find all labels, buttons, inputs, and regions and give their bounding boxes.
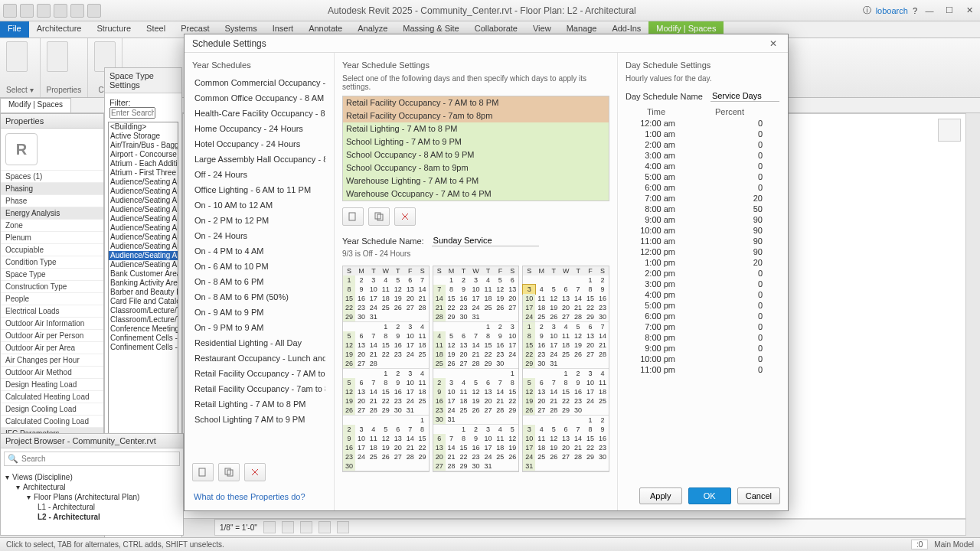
revit-logo[interactable]	[3, 4, 17, 18]
hour-row[interactable]: 11:00 pm0	[626, 364, 779, 375]
hour-row[interactable]: 11:00 am90	[626, 236, 779, 246]
space-type-item[interactable]: Airport - Concourse	[109, 150, 178, 159]
view-cube[interactable]	[938, 119, 961, 142]
space-type-item[interactable]: Audience/Seating Area	[109, 233, 178, 242]
qat-undo[interactable]	[54, 4, 67, 18]
day-schedule-item[interactable]: School Occupancy - 8am to 9pm	[343, 161, 609, 174]
space-type-item[interactable]: Audience/Seating Area	[109, 178, 178, 187]
space-type-item[interactable]: Air/Train/Bus - Baggage	[109, 141, 178, 150]
prop-row[interactable]: Outdoor Air per Person	[1, 329, 103, 341]
prop-row[interactable]: Plenum	[1, 231, 103, 243]
hour-row[interactable]: 2:00 am0	[626, 139, 779, 150]
year-calendar[interactable]: SMTWTFS123456789101112131415161718192021…	[342, 266, 609, 472]
prop-row[interactable]: People	[1, 292, 103, 305]
sun-path[interactable]	[300, 521, 312, 533]
prop-row[interactable]: Design Heating Load	[1, 378, 103, 390]
schedule-item[interactable]: School Lighting 7 AM to 9 PM	[193, 412, 325, 427]
crop-view[interactable]	[337, 521, 349, 533]
schedule-item[interactable]: Off - 24 Hours	[193, 167, 325, 182]
prop-row[interactable]: Design Cooling Load	[1, 403, 103, 415]
prop-row[interactable]: Calculated Cooling Load	[1, 415, 103, 427]
schedule-item[interactable]: Common Office Occupancy - 8 AM to	[193, 90, 325, 106]
info-icon[interactable]: ⓘ	[863, 5, 871, 16]
filter-input[interactable]	[109, 107, 155, 119]
ribbon-tab-architecture[interactable]: Architecture	[29, 21, 90, 37]
hour-row[interactable]: 1:00 am0	[626, 129, 779, 139]
help-icon[interactable]: ?	[913, 6, 917, 15]
space-type-item[interactable]: Audience/Seating Area	[109, 242, 178, 251]
qat-print[interactable]	[87, 4, 101, 18]
space-type-item[interactable]: Audience/Seating Area	[109, 260, 178, 269]
schedule-item[interactable]: On - 2 PM to 12 PM	[193, 213, 325, 228]
space-type-item[interactable]: Barber and Beauty Parlo	[109, 288, 178, 297]
ribbon-tab-file[interactable]: File	[0, 21, 29, 37]
hour-row[interactable]: 4:00 pm0	[626, 289, 779, 300]
hourly-table[interactable]: TimePercent 12:00 am01:00 am02:00 am03:0…	[626, 105, 780, 376]
properties-tool[interactable]	[47, 41, 68, 72]
prop-row[interactable]: Construction Type	[1, 280, 103, 292]
prop-row[interactable]: Air Changes per Hour	[1, 354, 103, 366]
maximize-button[interactable]: ☐	[942, 5, 957, 17]
prop-row[interactable]: Zone	[1, 219, 103, 231]
schedule-item[interactable]: On - 9 PM to 9 AM	[193, 320, 325, 335]
hour-row[interactable]: 6:00 am0	[626, 182, 779, 193]
hour-row[interactable]: 9:00 pm0	[626, 343, 779, 354]
day-copy-button[interactable]	[368, 207, 390, 226]
hour-row[interactable]: 2:00 pm0	[626, 268, 779, 279]
prop-row[interactable]: Condition Type	[1, 256, 103, 268]
qat-save[interactable]	[37, 4, 51, 18]
space-type-item[interactable]: Audience/Seating Area	[109, 187, 178, 196]
apply-button[interactable]: Apply	[639, 487, 682, 504]
dsn-input[interactable]	[710, 90, 779, 102]
prop-row[interactable]: Space Type	[1, 268, 103, 280]
space-type-item[interactable]: Confinement Cells - Peni	[109, 343, 178, 352]
space-type-item[interactable]: Classroom/Lecture/Train	[109, 306, 178, 315]
day-schedule-item[interactable]: Retail Lighting - 7 AM to 8 PM	[343, 122, 609, 135]
tree-views-root[interactable]: ▾ Views (Discipline)	[5, 472, 178, 482]
hour-row[interactable]: 12:00 am0	[626, 118, 779, 129]
prop-row[interactable]: Electrical Loads	[1, 305, 103, 317]
space-type-item[interactable]: Atrium - First Three Floo	[109, 168, 178, 178]
day-schedules-list[interactable]: Retail Facility Occupancy - 7 AM to 8 PM…	[342, 96, 609, 201]
space-type-item[interactable]: Classroom/Lecture/Train	[109, 315, 178, 324]
schedule-item[interactable]: On - 8 AM to 6 PM (50%)	[193, 289, 325, 305]
space-type-item[interactable]: Audience/Seating Area	[109, 223, 178, 233]
space-type-item[interactable]: Audience/Seating Area	[109, 214, 178, 223]
main-model-label[interactable]: Main Model	[934, 540, 974, 549]
selection-count[interactable]: :0	[911, 540, 928, 549]
schedule-item[interactable]: Retail Facility Occupancy - 7 AM to 8	[193, 366, 325, 381]
schedule-item[interactable]: On - 8 AM to 6 PM	[193, 274, 325, 289]
schedule-item[interactable]: Health-Care Facility Occupancy - 8 A	[193, 106, 325, 121]
hour-row[interactable]: 3:00 am0	[626, 150, 779, 161]
space-type-item[interactable]: <Building>	[109, 122, 178, 132]
qat-redo[interactable]	[70, 4, 84, 18]
hour-row[interactable]: 8:00 am50	[626, 204, 779, 214]
cancel-button[interactable]: Cancel	[737, 487, 780, 504]
hour-row[interactable]: 10:00 pm0	[626, 354, 779, 364]
day-schedule-item[interactable]: Retail Facility Occupancy - 7 AM to 8 PM	[343, 96, 609, 109]
schedule-item[interactable]: Restaurant Occupancy - Lunch and D	[193, 350, 325, 366]
prop-row[interactable]: Outdoor Air Information	[1, 317, 103, 329]
space-type-item[interactable]: Audience/Seating Area	[109, 205, 178, 214]
schedule-item[interactable]: On - 24 Hours	[193, 228, 325, 243]
ribbon-tab-steel[interactable]: Steel	[139, 21, 173, 37]
schedule-item[interactable]: Hotel Occupancy - 24 Hours	[193, 136, 325, 152]
space-type-item[interactable]: Card File and Cataloguin	[109, 297, 178, 306]
modify-tool[interactable]	[6, 41, 28, 72]
qat-open[interactable]	[20, 4, 34, 18]
visual-style[interactable]	[282, 521, 294, 533]
browser-search[interactable]: 🔍	[4, 452, 180, 466]
tree-l2[interactable]: L2 - Architectural	[5, 512, 178, 522]
context-tab-modify-spaces[interactable]: Modify | Spaces	[0, 98, 71, 112]
day-delete-button[interactable]	[394, 207, 416, 226]
close-button[interactable]: ✕	[962, 5, 977, 17]
hour-row[interactable]: 4:00 am0	[626, 161, 779, 171]
hour-row[interactable]: 5:00 am0	[626, 171, 779, 182]
hour-row[interactable]: 1:00 pm20	[626, 257, 779, 268]
hour-row[interactable]: 7:00 pm0	[626, 321, 779, 332]
user-name[interactable]: loboarch	[876, 6, 908, 15]
prop-group-header[interactable]: Energy Analysis	[1, 207, 103, 219]
tree-l1[interactable]: L1 - Architectural	[5, 502, 178, 512]
ribbon-tab-structure[interactable]: Structure	[89, 21, 139, 37]
schedule-item[interactable]: Large Assembly Hall Occupancy - 8 A	[193, 152, 325, 167]
